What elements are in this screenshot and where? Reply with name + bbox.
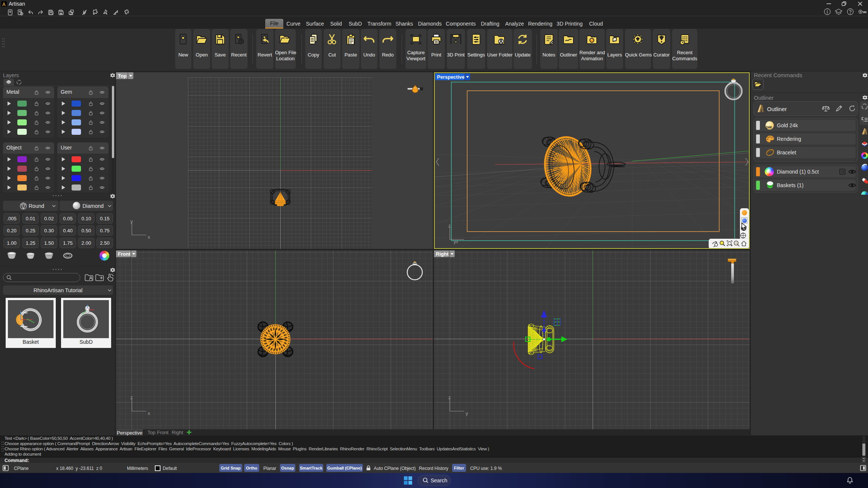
svg-text:y: y: [466, 410, 468, 416]
svg-text:z: z: [448, 395, 451, 400]
svg-text:x: x: [148, 410, 150, 416]
svg-text:z: z: [448, 224, 451, 229]
svg-text:y: y: [130, 219, 133, 224]
svg-text:z: z: [130, 395, 133, 400]
svg-text:x: x: [148, 234, 150, 240]
svg-text:15: 15: [735, 242, 738, 244]
